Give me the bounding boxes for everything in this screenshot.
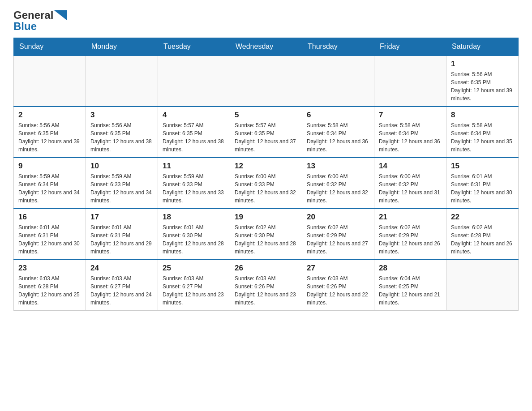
weekday-header-tuesday: Tuesday xyxy=(158,38,230,56)
calendar-cell xyxy=(302,56,374,107)
day-number: 17 xyxy=(90,213,153,222)
day-number: 2 xyxy=(18,111,81,120)
day-info: Sunrise: 5:59 AMSunset: 6:33 PMDaylight:… xyxy=(163,172,225,205)
logo-blue: Blue xyxy=(13,20,67,33)
calendar-cell: 19Sunrise: 6:02 AMSunset: 6:30 PMDayligh… xyxy=(230,209,302,260)
day-number: 21 xyxy=(379,213,442,222)
calendar-week-row: 23Sunrise: 6:03 AMSunset: 6:28 PMDayligh… xyxy=(14,260,519,311)
day-info: Sunrise: 5:56 AMSunset: 6:35 PMDaylight:… xyxy=(451,70,514,103)
day-info: Sunrise: 6:00 AMSunset: 6:32 PMDaylight:… xyxy=(307,172,369,205)
day-number: 10 xyxy=(90,162,153,171)
day-info: Sunrise: 6:03 AMSunset: 6:26 PMDaylight:… xyxy=(307,274,369,307)
calendar-cell: 22Sunrise: 6:02 AMSunset: 6:28 PMDayligh… xyxy=(446,209,519,260)
calendar-cell: 16Sunrise: 6:01 AMSunset: 6:31 PMDayligh… xyxy=(14,209,86,260)
day-info: Sunrise: 6:02 AMSunset: 6:30 PMDaylight:… xyxy=(235,223,297,256)
calendar-cell: 4Sunrise: 5:57 AMSunset: 6:35 PMDaylight… xyxy=(158,107,230,158)
calendar-cell xyxy=(158,56,230,107)
day-number: 12 xyxy=(235,162,297,171)
day-info: Sunrise: 6:02 AMSunset: 6:29 PMDaylight:… xyxy=(379,223,442,256)
calendar-cell: 28Sunrise: 6:04 AMSunset: 6:25 PMDayligh… xyxy=(374,260,446,311)
calendar-cell: 12Sunrise: 6:00 AMSunset: 6:33 PMDayligh… xyxy=(230,158,302,209)
calendar-cell xyxy=(230,56,302,107)
calendar-cell: 24Sunrise: 6:03 AMSunset: 6:27 PMDayligh… xyxy=(86,260,158,311)
day-number: 25 xyxy=(163,264,225,273)
calendar-cell: 6Sunrise: 5:58 AMSunset: 6:34 PMDaylight… xyxy=(302,107,374,158)
calendar-cell: 13Sunrise: 6:00 AMSunset: 6:32 PMDayligh… xyxy=(302,158,374,209)
day-info: Sunrise: 6:04 AMSunset: 6:25 PMDaylight:… xyxy=(379,274,442,307)
calendar-cell: 14Sunrise: 6:00 AMSunset: 6:32 PMDayligh… xyxy=(374,158,446,209)
calendar-table: SundayMondayTuesdayWednesdayThursdayFrid… xyxy=(13,38,519,311)
day-info: Sunrise: 6:01 AMSunset: 6:31 PMDaylight:… xyxy=(18,223,81,256)
weekday-header-sunday: Sunday xyxy=(14,38,86,56)
weekday-header-friday: Friday xyxy=(374,38,446,56)
weekday-header-wednesday: Wednesday xyxy=(230,38,302,56)
calendar-week-row: 1Sunrise: 5:56 AMSunset: 6:35 PMDaylight… xyxy=(14,56,519,107)
calendar-cell: 18Sunrise: 6:01 AMSunset: 6:30 PMDayligh… xyxy=(158,209,230,260)
day-info: Sunrise: 5:57 AMSunset: 6:35 PMDaylight:… xyxy=(235,121,297,154)
day-number: 6 xyxy=(307,111,369,120)
calendar-week-row: 16Sunrise: 6:01 AMSunset: 6:31 PMDayligh… xyxy=(14,209,519,260)
weekday-header-row: SundayMondayTuesdayWednesdayThursdayFrid… xyxy=(14,38,519,56)
calendar-cell: 3Sunrise: 5:56 AMSunset: 6:35 PMDaylight… xyxy=(86,107,158,158)
calendar-cell: 15Sunrise: 6:01 AMSunset: 6:31 PMDayligh… xyxy=(446,158,519,209)
day-info: Sunrise: 5:56 AMSunset: 6:35 PMDaylight:… xyxy=(90,121,153,154)
calendar-week-row: 2Sunrise: 5:56 AMSunset: 6:35 PMDaylight… xyxy=(14,107,519,158)
day-info: Sunrise: 6:03 AMSunset: 6:28 PMDaylight:… xyxy=(18,274,81,307)
calendar-week-row: 9Sunrise: 5:59 AMSunset: 6:34 PMDaylight… xyxy=(14,158,519,209)
day-number: 22 xyxy=(451,213,514,222)
day-number: 15 xyxy=(451,162,514,171)
calendar-cell: 8Sunrise: 5:58 AMSunset: 6:34 PMDaylight… xyxy=(446,107,519,158)
day-info: Sunrise: 5:57 AMSunset: 6:35 PMDaylight:… xyxy=(163,121,225,154)
day-info: Sunrise: 6:00 AMSunset: 6:32 PMDaylight:… xyxy=(379,172,442,205)
day-info: Sunrise: 5:59 AMSunset: 6:34 PMDaylight:… xyxy=(18,172,81,205)
day-info: Sunrise: 6:02 AMSunset: 6:29 PMDaylight:… xyxy=(307,223,369,256)
day-info: Sunrise: 5:58 AMSunset: 6:34 PMDaylight:… xyxy=(307,121,369,154)
day-number: 5 xyxy=(235,111,297,120)
calendar-cell: 2Sunrise: 5:56 AMSunset: 6:35 PMDaylight… xyxy=(14,107,86,158)
calendar-cell xyxy=(374,56,446,107)
calendar-cell: 9Sunrise: 5:59 AMSunset: 6:34 PMDaylight… xyxy=(14,158,86,209)
logo-triangle-icon xyxy=(54,10,67,20)
day-number: 9 xyxy=(18,162,81,171)
day-info: Sunrise: 5:58 AMSunset: 6:34 PMDaylight:… xyxy=(379,121,442,154)
day-number: 1 xyxy=(451,60,514,68)
day-number: 3 xyxy=(90,111,153,120)
day-number: 7 xyxy=(379,111,442,120)
day-info: Sunrise: 6:01 AMSunset: 6:30 PMDaylight:… xyxy=(163,223,225,256)
calendar-cell: 23Sunrise: 6:03 AMSunset: 6:28 PMDayligh… xyxy=(14,260,86,311)
calendar-cell xyxy=(446,260,519,311)
calendar-cell: 26Sunrise: 6:03 AMSunset: 6:26 PMDayligh… xyxy=(230,260,302,311)
day-info: Sunrise: 5:58 AMSunset: 6:34 PMDaylight:… xyxy=(451,121,514,154)
day-number: 28 xyxy=(379,264,442,273)
day-info: Sunrise: 6:03 AMSunset: 6:26 PMDaylight:… xyxy=(235,274,297,307)
calendar-cell: 5Sunrise: 5:57 AMSunset: 6:35 PMDaylight… xyxy=(230,107,302,158)
day-info: Sunrise: 6:01 AMSunset: 6:31 PMDaylight:… xyxy=(451,172,514,205)
day-number: 27 xyxy=(307,264,369,273)
calendar-cell: 20Sunrise: 6:02 AMSunset: 6:29 PMDayligh… xyxy=(302,209,374,260)
day-number: 18 xyxy=(163,213,225,222)
day-number: 19 xyxy=(235,213,297,222)
day-number: 26 xyxy=(235,264,297,273)
calendar-cell: 11Sunrise: 5:59 AMSunset: 6:33 PMDayligh… xyxy=(158,158,230,209)
day-info: Sunrise: 6:03 AMSunset: 6:27 PMDaylight:… xyxy=(163,274,225,307)
day-number: 14 xyxy=(379,162,442,171)
logo: General Blue xyxy=(13,9,67,33)
day-number: 16 xyxy=(18,213,81,222)
day-number: 24 xyxy=(90,264,153,273)
day-info: Sunrise: 6:03 AMSunset: 6:27 PMDaylight:… xyxy=(90,274,153,307)
weekday-header-monday: Monday xyxy=(86,38,158,56)
calendar-cell: 25Sunrise: 6:03 AMSunset: 6:27 PMDayligh… xyxy=(158,260,230,311)
day-info: Sunrise: 5:59 AMSunset: 6:33 PMDaylight:… xyxy=(90,172,153,205)
day-number: 23 xyxy=(18,264,81,273)
calendar-cell xyxy=(14,56,86,107)
calendar-cell: 7Sunrise: 5:58 AMSunset: 6:34 PMDaylight… xyxy=(374,107,446,158)
logo-container: General Blue xyxy=(13,9,67,33)
day-info: Sunrise: 6:02 AMSunset: 6:28 PMDaylight:… xyxy=(451,223,514,256)
calendar-cell: 1Sunrise: 5:56 AMSunset: 6:35 PMDaylight… xyxy=(446,56,519,107)
day-info: Sunrise: 6:01 AMSunset: 6:31 PMDaylight:… xyxy=(90,223,153,256)
day-number: 8 xyxy=(451,111,514,120)
day-info: Sunrise: 6:00 AMSunset: 6:33 PMDaylight:… xyxy=(235,172,297,205)
weekday-header-saturday: Saturday xyxy=(446,38,519,56)
page-header: General Blue xyxy=(13,9,519,33)
calendar-cell: 10Sunrise: 5:59 AMSunset: 6:33 PMDayligh… xyxy=(86,158,158,209)
